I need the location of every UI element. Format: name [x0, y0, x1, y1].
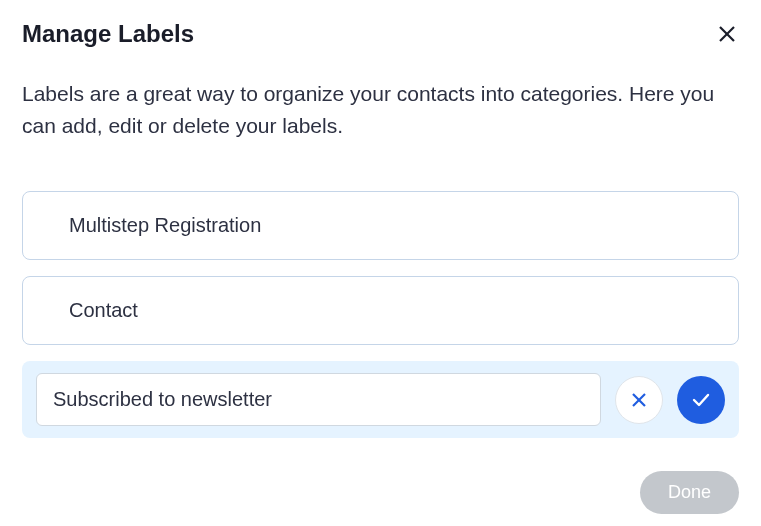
dialog-description: Labels are a great way to organize your … [22, 78, 739, 141]
done-button[interactable]: Done [640, 471, 739, 514]
label-edit-input[interactable] [36, 373, 601, 426]
close-icon [718, 25, 736, 43]
label-item[interactable]: Contact [22, 276, 739, 345]
dialog-title: Manage Labels [22, 20, 194, 48]
label-name: Contact [69, 299, 138, 321]
x-icon [630, 391, 648, 409]
label-item[interactable]: Multistep Registration [22, 191, 739, 260]
label-name: Multistep Registration [69, 214, 261, 236]
labels-list: Multistep Registration Contact [22, 191, 739, 438]
check-icon [692, 393, 710, 407]
close-button[interactable] [715, 22, 739, 46]
cancel-edit-button[interactable] [615, 376, 663, 424]
confirm-edit-button[interactable] [677, 376, 725, 424]
label-edit-row [22, 361, 739, 438]
